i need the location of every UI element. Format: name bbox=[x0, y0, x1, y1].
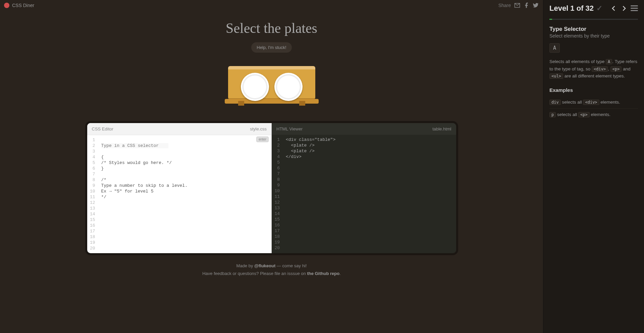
table-scene bbox=[228, 63, 315, 110]
css-code[interactable]: { /* Styles would go here. */ } /* Type … bbox=[98, 135, 272, 253]
editor: CSS Editor style.css 1234567891011121314… bbox=[87, 123, 456, 253]
next-level-icon[interactable] bbox=[621, 5, 627, 12]
instruction-text: Select the plates bbox=[0, 20, 543, 36]
css-body-text: { /* Styles would go here. */ } /* Type … bbox=[101, 155, 187, 200]
explain-comma: , bbox=[608, 66, 610, 71]
css-pane: CSS Editor style.css 1234567891011121314… bbox=[87, 123, 272, 253]
footer-made-by: Made by bbox=[236, 263, 254, 268]
footer-feedback-post: . bbox=[339, 271, 341, 276]
selector-subtitle: Select elements by their type bbox=[549, 33, 638, 39]
plate-2[interactable] bbox=[274, 73, 303, 101]
example-2: p selects all <p> elements. bbox=[549, 109, 638, 121]
ex2-tail: elements. bbox=[590, 112, 610, 117]
explanation: Selects all elements of type A. Type ref… bbox=[549, 58, 638, 80]
html-code: <div class="table"> <plate /> <plate /> … bbox=[282, 135, 456, 253]
prev-level-icon[interactable] bbox=[610, 5, 617, 12]
html-pane-file: table.html bbox=[432, 126, 451, 131]
css-pane-header: CSS Editor style.css bbox=[87, 123, 272, 135]
level-label: Level 1 of 32 bbox=[549, 4, 594, 13]
css-pane-title: CSS Editor bbox=[92, 126, 113, 131]
table-leg-left bbox=[238, 101, 244, 106]
main-area: Select the plates Help, I'm stuck! CSS E… bbox=[0, 11, 543, 333]
progress-bar bbox=[549, 19, 638, 20]
html-pane: HTML Viewer table.html 12345678910111213… bbox=[272, 123, 456, 253]
explain-text-1: Selects all elements of type bbox=[549, 59, 606, 64]
explain-and: and bbox=[622, 66, 630, 71]
selector-title: Type Selector bbox=[549, 26, 638, 33]
enter-button[interactable]: enter bbox=[256, 136, 269, 142]
chip-a: A bbox=[606, 59, 612, 64]
ex1-tail: elements. bbox=[599, 100, 620, 105]
logo[interactable]: CSS Diner bbox=[4, 3, 34, 8]
level-nav bbox=[610, 5, 638, 12]
examples-heading: Examples bbox=[549, 87, 638, 93]
ex1-selector-chip: div bbox=[549, 100, 561, 105]
logo-icon bbox=[4, 3, 9, 8]
menu-icon[interactable] bbox=[631, 5, 638, 11]
progress-fill bbox=[549, 19, 552, 20]
css-pane-file: style.css bbox=[250, 126, 267, 131]
ex2-target-chip: <p> bbox=[578, 112, 590, 117]
explain-text-3: are all different element types. bbox=[563, 73, 625, 78]
syntax-display: A bbox=[549, 43, 560, 53]
chip-p: <p> bbox=[610, 66, 622, 72]
share-group: Share bbox=[498, 2, 539, 8]
level-title: Level 1 of 32 ✓ bbox=[549, 4, 602, 13]
footer-made-by-tail: — come say hi! bbox=[275, 263, 307, 268]
twitter-icon[interactable] bbox=[533, 2, 539, 8]
css-line-numbers: 1234567891011121314151617181920 bbox=[87, 135, 98, 253]
level-header: Level 1 of 32 ✓ bbox=[549, 4, 638, 13]
example-1: div selects all <div> elements. bbox=[549, 96, 638, 109]
plate-1[interactable] bbox=[241, 73, 269, 101]
css-pane-body: 1234567891011121314151617181920 { /* Sty… bbox=[87, 135, 272, 253]
ex2-selector-chip: p bbox=[549, 112, 556, 117]
selector-input[interactable] bbox=[101, 143, 168, 148]
chip-ul: <ul> bbox=[549, 73, 563, 79]
ex1-target-chip: <div> bbox=[583, 100, 599, 105]
help-button[interactable]: Help, I'm stuck! bbox=[251, 42, 291, 53]
table-leg-right bbox=[299, 101, 305, 106]
html-line-numbers: 1234567891011121314151617181920 bbox=[272, 135, 282, 253]
top-header: CSS Diner Share bbox=[0, 0, 543, 11]
author-link[interactable]: @flukeout bbox=[254, 263, 275, 268]
html-pane-body: 1234567891011121314151617181920 <div cla… bbox=[272, 135, 456, 253]
logo-text: CSS Diner bbox=[12, 3, 34, 8]
footer: Made by @flukeout — come say hi! Have fe… bbox=[0, 262, 543, 278]
html-pane-title: HTML Viewer bbox=[276, 126, 303, 131]
email-icon[interactable] bbox=[514, 2, 520, 8]
repo-link[interactable]: the Github repo bbox=[307, 271, 339, 276]
ex2-mid: selects all bbox=[556, 112, 578, 117]
chip-div: <div> bbox=[592, 66, 608, 72]
check-icon: ✓ bbox=[596, 4, 602, 13]
share-label: Share bbox=[498, 3, 511, 8]
facebook-icon[interactable] bbox=[524, 2, 530, 8]
sidebar: Level 1 of 32 ✓ Type Selector Select ele… bbox=[543, 0, 644, 333]
html-pane-header: HTML Viewer table.html bbox=[272, 123, 456, 135]
ex1-mid: selects all bbox=[561, 100, 583, 105]
footer-feedback-pre: Have feedback or questions? Please file … bbox=[202, 271, 307, 276]
